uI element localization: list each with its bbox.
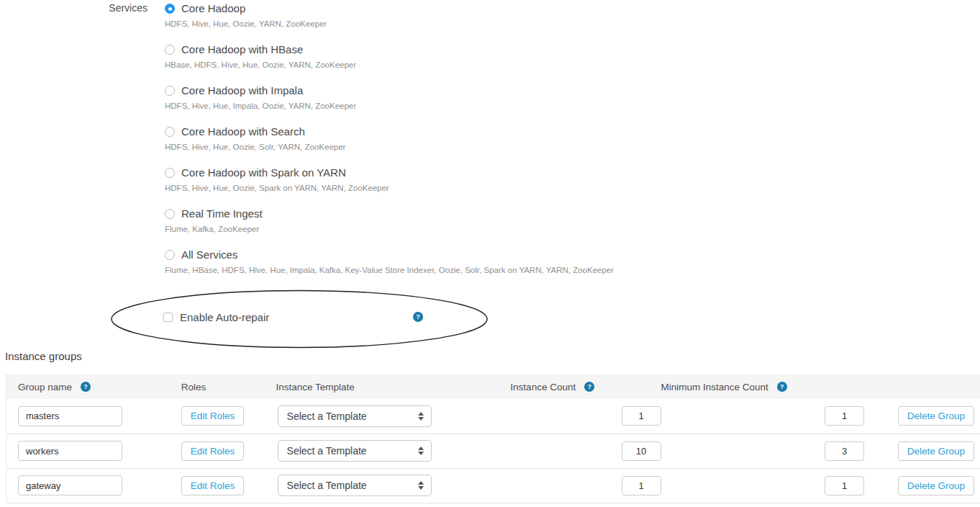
table-header-row: Group name ? Roles Instance Template Ins… (6, 374, 980, 399)
service-description: HDFS, Hive, Hue, Oozie, Solr, YARN, ZooK… (165, 142, 614, 153)
auto-repair-checkbox[interactable] (163, 313, 173, 322)
minimum-instance-count-input[interactable] (825, 441, 864, 461)
select-stepper-icon (418, 447, 424, 455)
auto-repair-row: Enable Auto-repair (163, 311, 269, 323)
radio-label: Real Time Ingest (181, 207, 263, 220)
radio-row-core-hadoop-search[interactable]: Core Hadoop with Search (165, 125, 614, 138)
radio-label: Core Hadoop (181, 1, 245, 15)
minimum-instance-count-help-icon[interactable]: ? (777, 382, 787, 392)
radio-icon[interactable] (165, 168, 175, 178)
edit-roles-button[interactable]: Edit Roles (181, 406, 245, 426)
service-description: HDFS, Hive, Hue, Oozie, YARN, ZooKeeper (165, 19, 614, 30)
instance-count-input[interactable] (622, 406, 661, 426)
radio-row-core-hadoop[interactable]: Core Hadoop (165, 1, 614, 15)
service-option-core-hadoop-spark: Core Hadoop with Spark on YARN HDFS, Hiv… (165, 166, 614, 194)
group-name-help-icon[interactable]: ? (81, 382, 91, 392)
table-row-masters: Edit Roles Select a Template Delete Grou… (6, 399, 980, 434)
cluster-config-page: Services Core Hadoop HDFS, Hive, Hue, Oo… (0, 0, 980, 507)
column-header-instance-count: Instance Count (510, 382, 576, 392)
delete-group-button[interactable]: Delete Group (898, 406, 974, 426)
select-value: Select a Template (287, 480, 367, 491)
service-description: Flume, Kafka, ZooKeeper (165, 224, 614, 235)
radio-label: Core Hadoop with HBase (181, 42, 303, 56)
table-row-gateway: Edit Roles Select a Template Delete Grou… (6, 468, 980, 503)
instance-groups-table: Group name ? Roles Instance Template Ins… (6, 374, 980, 503)
services-radio-group: Core Hadoop HDFS, Hive, Hue, Oozie, YARN… (165, 1, 614, 289)
minimum-instance-count-input[interactable] (825, 476, 864, 495)
edit-roles-button[interactable]: Edit Roles (181, 476, 245, 495)
radio-label: Core Hadoop with Search (181, 125, 305, 138)
select-value: Select a Template (287, 445, 367, 457)
instance-groups-title: Instance groups (5, 350, 82, 362)
radio-icon[interactable] (165, 45, 175, 55)
radio-icon[interactable] (165, 127, 175, 137)
instance-count-input[interactable] (622, 476, 661, 495)
auto-repair-help-icon[interactable]: ? (413, 312, 423, 322)
instance-count-input[interactable] (622, 441, 661, 461)
auto-repair-label: Enable Auto-repair (180, 311, 269, 323)
radio-label: All Services (181, 248, 237, 261)
select-stepper-icon (418, 481, 424, 490)
group-name-input[interactable] (18, 441, 122, 461)
instance-template-select[interactable]: Select a Template (278, 405, 432, 427)
column-header-instance-template: Instance Template (276, 382, 355, 392)
service-description: HDFS, Hive, Hue, Impala, Oozie, YARN, Zo… (165, 101, 614, 112)
service-option-core-hadoop-impala: Core Hadoop with Impala HDFS, Hive, Hue,… (165, 84, 614, 112)
radio-icon[interactable] (165, 250, 175, 260)
services-label: Services (0, 1, 148, 289)
radio-label: Core Hadoop with Spark on YARN (181, 166, 346, 179)
service-option-all-services: All Services Flume, HBase, HDFS, Hive, H… (165, 248, 614, 276)
service-option-core-hadoop: Core Hadoop HDFS, Hive, Hue, Oozie, YARN… (165, 1, 614, 30)
edit-roles-button[interactable]: Edit Roles (181, 441, 245, 461)
group-name-input[interactable] (18, 475, 122, 495)
service-option-core-hadoop-hbase: Core Hadoop with HBase HBase, HDFS, Hive… (165, 42, 614, 71)
delete-group-button[interactable]: Delete Group (898, 476, 974, 495)
group-name-input[interactable] (18, 406, 122, 426)
radio-row-core-hadoop-hbase[interactable]: Core Hadoop with HBase (165, 42, 614, 56)
service-description: Flume, HBase, HDFS, Hive, Hue, Impala, K… (165, 265, 614, 276)
instance-template-select[interactable]: Select a Template (278, 475, 432, 496)
radio-row-all-services[interactable]: All Services (165, 248, 614, 261)
radio-row-core-hadoop-impala[interactable]: Core Hadoop with Impala (165, 84, 614, 97)
service-description: HBase, HDFS, Hive, Hue, Oozie, YARN, Zoo… (165, 60, 614, 71)
service-description: HDFS, Hive, Hue, Oozie, Spark on YARN, Y… (165, 183, 614, 194)
services-section: Services Core Hadoop HDFS, Hive, Hue, Oo… (0, 1, 614, 289)
radio-icon-selected[interactable] (165, 4, 175, 14)
delete-group-button[interactable]: Delete Group (898, 441, 974, 461)
minimum-instance-count-input[interactable] (825, 406, 864, 426)
service-option-real-time-ingest: Real Time Ingest Flume, Kafka, ZooKeeper (165, 207, 614, 235)
radio-label: Core Hadoop with Impala (181, 84, 303, 97)
instance-template-select[interactable]: Select a Template (278, 440, 432, 462)
radio-row-core-hadoop-spark[interactable]: Core Hadoop with Spark on YARN (165, 166, 614, 179)
radio-icon[interactable] (165, 209, 175, 219)
instance-count-help-icon[interactable]: ? (584, 382, 594, 392)
column-header-minimum-instance-count: Minimum Instance Count (661, 382, 768, 392)
table-row-workers: Edit Roles Select a Template Delete Grou… (6, 434, 980, 468)
radio-row-real-time-ingest[interactable]: Real Time Ingest (165, 207, 614, 220)
radio-icon[interactable] (165, 86, 175, 96)
column-header-roles: Roles (181, 382, 207, 392)
service-option-core-hadoop-search: Core Hadoop with Search HDFS, Hive, Hue,… (165, 125, 614, 153)
select-stepper-icon (418, 412, 424, 421)
column-header-group-name: Group name (18, 382, 72, 392)
select-value: Select a Template (287, 410, 367, 422)
